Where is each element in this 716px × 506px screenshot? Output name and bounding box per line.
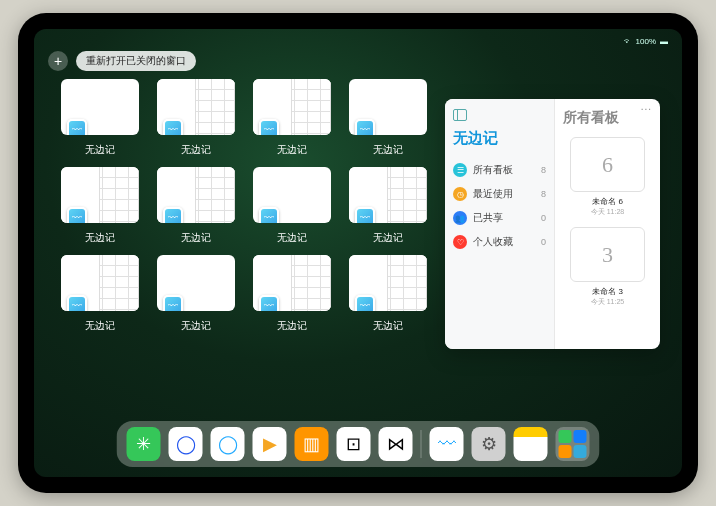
thumbnail-label: 无边记 bbox=[85, 231, 115, 245]
app-library-icon[interactable] bbox=[556, 427, 590, 461]
freeform-icon: 〰 bbox=[355, 295, 375, 311]
wechat-icon[interactable]: ✳ bbox=[127, 427, 161, 461]
sidebar-item-label: 个人收藏 bbox=[473, 235, 513, 249]
notes-icon[interactable] bbox=[514, 427, 548, 461]
window-thumbnail[interactable]: 〰无边记 bbox=[155, 167, 237, 245]
thumbnail-label: 无边记 bbox=[85, 319, 115, 333]
thumbnail-label: 无边记 bbox=[85, 143, 115, 157]
sidebar-item-label: 已共享 bbox=[473, 211, 503, 225]
freeform-icon: 〰 bbox=[355, 119, 375, 135]
freeform-icon: 〰 bbox=[67, 295, 87, 311]
freeform-icon[interactable]: 〰 bbox=[430, 427, 464, 461]
dock: ✳◯◯▶▥⊡⋈〰⚙ bbox=[117, 421, 600, 467]
play-icon[interactable]: ▶ bbox=[253, 427, 287, 461]
window-thumbnail[interactable]: 〰无边记 bbox=[59, 167, 141, 245]
status-bar: ᯤ 100% ▬ bbox=[34, 33, 682, 49]
sidebar-item-count: 8 bbox=[541, 165, 546, 175]
thumbnail-label: 无边记 bbox=[181, 231, 211, 245]
board-thumbnail: 6 bbox=[570, 137, 645, 192]
thumbnail-label: 无边记 bbox=[181, 143, 211, 157]
thumbnail-label: 无边记 bbox=[277, 231, 307, 245]
window-thumbnail[interactable]: 〰无边记 bbox=[251, 255, 333, 333]
thumbnail-label: 无边记 bbox=[373, 319, 403, 333]
board-timestamp: 今天 11:28 bbox=[563, 207, 652, 217]
screen: ᯤ 100% ▬ + 重新打开已关闭的窗口 〰无边记〰无边记〰无边记〰无边记〰无… bbox=[34, 29, 682, 477]
window-thumbnail[interactable]: 〰无边记 bbox=[347, 255, 429, 333]
freeform-icon: 〰 bbox=[259, 295, 279, 311]
sidebar-item[interactable]: 👥已共享0 bbox=[453, 206, 546, 230]
dice-icon[interactable]: ⊡ bbox=[337, 427, 371, 461]
panel-content: 所有看板 6未命名 6今天 11:283未命名 3今天 11:25 bbox=[555, 99, 660, 349]
ipad-frame: ᯤ 100% ▬ + 重新打开已关闭的窗口 〰无边记〰无边记〰无边记〰无边记〰无… bbox=[18, 13, 698, 493]
board-card[interactable]: 3未命名 3今天 11:25 bbox=[563, 227, 652, 307]
board-label: 未命名 3 bbox=[563, 286, 652, 297]
sidebar-item[interactable]: ♡个人收藏0 bbox=[453, 230, 546, 254]
freeform-icon: 〰 bbox=[355, 207, 375, 223]
thumbnail-label: 无边记 bbox=[373, 231, 403, 245]
settings-icon[interactable]: ⚙ bbox=[472, 427, 506, 461]
window-thumbnail[interactable]: 〰无边记 bbox=[251, 79, 333, 157]
window-thumbnail[interactable]: 〰无边记 bbox=[59, 255, 141, 333]
board-thumbnail: 3 bbox=[570, 227, 645, 282]
panel-app-title: 无边记 bbox=[453, 129, 546, 148]
board-timestamp: 今天 11:25 bbox=[563, 297, 652, 307]
window-thumbnail[interactable]: 〰无边记 bbox=[155, 255, 237, 333]
thumbnail-label: 无边记 bbox=[277, 143, 307, 157]
sidebar-item-count: 0 bbox=[541, 213, 546, 223]
window-thumbnail[interactable]: 〰无边记 bbox=[347, 167, 429, 245]
window-thumbnail[interactable]: 〰无边记 bbox=[59, 79, 141, 157]
sidebar-item-label: 最近使用 bbox=[473, 187, 513, 201]
thumbnail-label: 无边记 bbox=[181, 319, 211, 333]
category-icon: ☰ bbox=[453, 163, 467, 177]
freeform-icon: 〰 bbox=[67, 119, 87, 135]
freeform-icon: 〰 bbox=[163, 119, 183, 135]
sidebar-item[interactable]: ☰所有看板8 bbox=[453, 158, 546, 182]
thumbnail-label: 无边记 bbox=[373, 143, 403, 157]
window-controls: + 重新打开已关闭的窗口 bbox=[48, 51, 196, 71]
sidebar-toggle-icon[interactable] bbox=[453, 109, 467, 121]
thumbnail-label: 无边记 bbox=[277, 319, 307, 333]
category-icon: ♡ bbox=[453, 235, 467, 249]
freeform-icon: 〰 bbox=[259, 119, 279, 135]
sidebar-item-label: 所有看板 bbox=[473, 163, 513, 177]
browser2-icon[interactable]: ◯ bbox=[211, 427, 245, 461]
freeform-icon: 〰 bbox=[259, 207, 279, 223]
board-card[interactable]: 6未命名 6今天 11:28 bbox=[563, 137, 652, 217]
freeform-icon: 〰 bbox=[163, 295, 183, 311]
sidebar-item[interactable]: ◷最近使用8 bbox=[453, 182, 546, 206]
window-thumbnail[interactable]: 〰无边记 bbox=[251, 167, 333, 245]
board-label: 未命名 6 bbox=[563, 196, 652, 207]
window-thumbnail[interactable]: 〰无边记 bbox=[155, 79, 237, 157]
new-window-button[interactable]: + bbox=[48, 51, 68, 71]
sidebar-item-count: 8 bbox=[541, 189, 546, 199]
panel-section-title: 所有看板 bbox=[563, 109, 652, 127]
sidebar-item-count: 0 bbox=[541, 237, 546, 247]
dumbbell-icon[interactable]: ⋈ bbox=[379, 427, 413, 461]
battery-icon: ▬ bbox=[660, 37, 668, 46]
freeform-icon: 〰 bbox=[163, 207, 183, 223]
panel-sidebar: 无边记 ☰所有看板8◷最近使用8👥已共享0♡个人收藏0 bbox=[445, 99, 555, 349]
window-switcher-grid: 〰无边记〰无边记〰无边记〰无边记〰无边记〰无边记〰无边记〰无边记〰无边记〰无边记… bbox=[59, 79, 429, 333]
freeform-icon: 〰 bbox=[67, 207, 87, 223]
dock-separator bbox=[421, 430, 422, 458]
window-thumbnail[interactable]: 〰无边记 bbox=[347, 79, 429, 157]
books-icon[interactable]: ▥ bbox=[295, 427, 329, 461]
reopen-closed-window-button[interactable]: 重新打开已关闭的窗口 bbox=[76, 51, 196, 71]
browser1-icon[interactable]: ◯ bbox=[169, 427, 203, 461]
category-icon: ◷ bbox=[453, 187, 467, 201]
battery-percent: 100% bbox=[636, 37, 656, 46]
wifi-icon: ᯤ bbox=[624, 37, 632, 46]
freeform-panel: 无边记 ☰所有看板8◷最近使用8👥已共享0♡个人收藏0 所有看板 6未命名 6今… bbox=[445, 99, 660, 349]
category-icon: 👥 bbox=[453, 211, 467, 225]
